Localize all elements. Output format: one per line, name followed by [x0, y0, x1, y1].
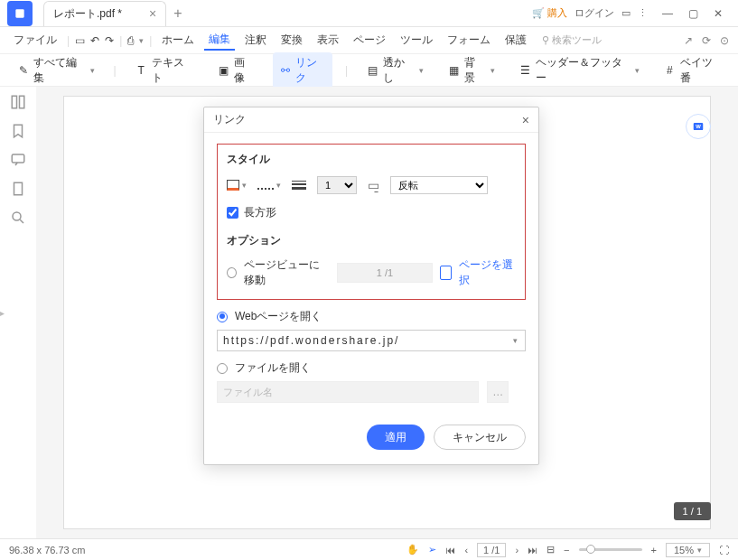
close-tab-icon[interactable]: ×	[149, 6, 156, 21]
tool-watermark[interactable]: ▤ 透かし▾	[360, 52, 429, 89]
dash-icon	[257, 181, 274, 190]
last-page-button[interactable]: ⏭	[528, 545, 537, 555]
border-color-picker[interactable]: ▾	[227, 180, 247, 191]
svg-point-5	[13, 212, 21, 220]
share-icon[interactable]: ↗	[684, 34, 693, 47]
zoom-slider[interactable]	[579, 548, 642, 551]
image-icon: ▣	[217, 63, 230, 78]
svg-rect-1	[12, 96, 16, 108]
tool-link[interactable]: ⚯ リンク	[273, 52, 332, 89]
help-icon[interactable]: ⊙	[720, 34, 729, 47]
rectangle-checkbox[interactable]	[227, 207, 238, 219]
page-select-icon	[440, 266, 452, 280]
file-path-input[interactable]: ファイル名	[217, 381, 479, 403]
text-icon: T	[135, 63, 148, 78]
zoom-out-button[interactable]: −	[564, 545, 569, 555]
search-tools[interactable]: ⚲ 検索ツール	[542, 33, 602, 47]
print-icon[interactable]: ⎙	[127, 34, 134, 47]
menu-form[interactable]: フォーム	[443, 31, 495, 50]
menubar: ファイル | ▭ ↶ ↷ | ⎙ ▾ | ホーム 編集 注釈 変換 表示 ページ…	[0, 27, 738, 54]
menu-view[interactable]: 表示	[313, 31, 343, 50]
page-count-badge: 1 / 1	[674, 502, 711, 520]
header-footer-icon: ☰	[518, 63, 532, 78]
first-page-button[interactable]: ⏮	[445, 545, 455, 555]
tool-background[interactable]: ▦ 背景▾	[442, 52, 500, 89]
style-heading: スタイル	[227, 152, 516, 167]
open-icon[interactable]: ▭	[75, 34, 85, 47]
page-number-box: 1 /1	[337, 263, 433, 283]
goto-page-radio[interactable]	[227, 267, 237, 278]
more-icon[interactable]: ⋮	[638, 7, 648, 19]
maximize-button[interactable]: ▢	[680, 5, 705, 23]
comment-icon[interactable]	[10, 152, 26, 168]
fit-screen-icon[interactable]: ⛶	[719, 545, 729, 555]
tool-text[interactable]: T テキスト	[129, 52, 199, 89]
tool-edit-all[interactable]: ✎ すべて編集▾	[11, 52, 100, 89]
edit-all-icon: ✎	[16, 63, 30, 78]
line-thickness-icon	[292, 181, 306, 190]
tool-image[interactable]: ▣ 画像	[211, 52, 260, 89]
login-link[interactable]: ログイン	[575, 6, 614, 20]
dialog-close-button[interactable]: ×	[522, 113, 529, 127]
url-input[interactable]: https://pdf.wondershare.jp/ ▾	[217, 330, 526, 351]
undo-icon[interactable]: ↶	[90, 34, 99, 47]
buy-link[interactable]: 🛒 購入	[532, 6, 567, 20]
page-input[interactable]: 1 /1	[477, 543, 506, 557]
options-heading: オプション	[227, 233, 516, 248]
minimize-button[interactable]: —	[655, 5, 680, 23]
scroll-mode-icon[interactable]: ⊟	[546, 544, 555, 555]
browse-file-button[interactable]: …	[487, 381, 509, 403]
bates-icon: #	[663, 63, 677, 78]
menu-page[interactable]: ページ	[349, 31, 390, 50]
attachment-icon[interactable]	[10, 181, 26, 197]
tool-bates[interactable]: # ベイツ番	[658, 52, 727, 89]
zoom-in-button[interactable]: +	[651, 545, 657, 555]
open-web-label: Webページを開く	[235, 309, 322, 324]
highlight-icon[interactable]: ▭̱	[368, 178, 379, 192]
bookmark-icon[interactable]	[10, 123, 26, 139]
search-icon[interactable]	[10, 210, 26, 226]
menu-convert[interactable]: 変換	[276, 31, 307, 50]
sidebar-toggle[interactable]: ▸	[0, 308, 5, 318]
redo-icon[interactable]: ↷	[105, 34, 114, 47]
statusbar: 96.38 x 76.73 cm ✋ ➢ ⏮ ‹ 1 /1 › ⏭ ⊟ − + …	[0, 538, 738, 560]
menu-home[interactable]: ホーム	[157, 31, 199, 50]
titlebar: レポート.pdf * × + 🛒 購入 ログイン ▭ ⋮ — ▢ ✕	[0, 0, 738, 27]
open-file-radio[interactable]	[217, 363, 228, 374]
word-export-badge[interactable]: W	[686, 114, 711, 139]
new-tab-button[interactable]: +	[173, 5, 182, 22]
effect-select[interactable]: 反転	[390, 176, 488, 194]
link-icon: ⚯	[278, 63, 292, 78]
link-dialog: リンク × スタイル ▾ ▾ 1 ▭̱ 反転 長方形 オプション ページビューに…	[203, 107, 539, 465]
zoom-select[interactable]: 15%▾	[666, 543, 710, 557]
svg-text:W: W	[696, 124, 701, 129]
thickness-select[interactable]: 1	[317, 176, 357, 194]
url-dropdown-icon[interactable]: ▾	[513, 336, 519, 345]
thumbnails-icon[interactable]	[10, 94, 26, 110]
next-page-button[interactable]: ›	[515, 545, 518, 555]
edit-toolbar: ✎ すべて編集▾ | T テキスト ▣ 画像 ⚯ リンク | ▤ 透かし▾ ▦ …	[0, 54, 738, 87]
dialog-title: リンク	[213, 112, 246, 127]
hand-tool-icon[interactable]: ✋	[406, 544, 419, 555]
menu-tools[interactable]: ツール	[396, 31, 437, 50]
menu-file[interactable]: ファイル	[9, 31, 61, 50]
menu-annotate[interactable]: 注釈	[240, 31, 271, 50]
cancel-button[interactable]: キャンセル	[434, 425, 526, 450]
notification-icon[interactable]: ▭	[621, 7, 631, 19]
line-style-picker[interactable]: ▾	[257, 181, 281, 190]
menu-edit[interactable]: 編集	[204, 30, 235, 51]
open-web-radio[interactable]	[217, 312, 228, 322]
select-page-link[interactable]: ページを選択	[459, 257, 516, 288]
tool-header-footer[interactable]: ☰ ヘッダー＆フッター▾	[513, 52, 645, 89]
color-swatch-icon	[227, 180, 239, 191]
document-tab[interactable]: レポート.pdf * ×	[43, 1, 166, 26]
svg-rect-3	[12, 154, 24, 163]
goto-page-label: ページビューに移動	[244, 257, 330, 288]
menu-protect[interactable]: 保護	[500, 31, 531, 50]
close-window-button[interactable]: ✕	[705, 5, 731, 23]
prev-page-button[interactable]: ‹	[464, 545, 468, 555]
apply-button[interactable]: 適用	[367, 425, 425, 450]
rectangle-label: 長方形	[244, 205, 276, 220]
cloud-icon[interactable]: ⟳	[702, 34, 711, 47]
select-tool-icon[interactable]: ➢	[428, 544, 436, 555]
